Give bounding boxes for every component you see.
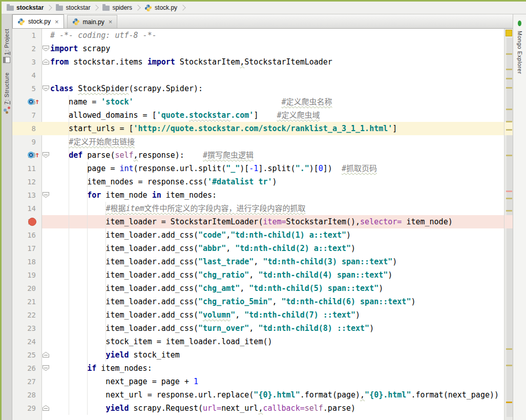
fold-start-icon[interactable] xyxy=(43,192,49,198)
code-line-row[interactable]: 9 #定义开始爬虫链接 xyxy=(12,135,504,149)
line-number[interactable]: 6↑ xyxy=(12,95,42,109)
toolwindow-button-mongo-explorer[interactable]: Mongo Explorer xyxy=(517,31,523,74)
code-line-row[interactable]: 14 #根据item文件中所定义的字段内容，进行字段内容的抓取 xyxy=(12,202,504,215)
line-number[interactable]: 2 xyxy=(12,42,42,55)
line-number[interactable]: 17 xyxy=(12,242,42,255)
code-line-row[interactable]: 29 yield scrapy.Request(url=next_url,cal… xyxy=(12,402,504,415)
code-line-row[interactable]: 16 item_loader.add_css("code","td:nth-ch… xyxy=(12,228,504,242)
code-line-row[interactable]: 4 xyxy=(12,69,504,82)
fold-gutter[interactable] xyxy=(42,162,50,175)
line-number[interactable]: 1 xyxy=(12,29,42,42)
fold-gutter[interactable] xyxy=(42,348,50,362)
line-number[interactable]: 21 xyxy=(12,295,42,308)
line-number[interactable]: 20 xyxy=(12,282,42,295)
stripe-warning-mark[interactable] xyxy=(506,365,512,366)
line-number[interactable]: 11 xyxy=(12,162,42,175)
toolwindow-button-structure[interactable]: 7: Structure xyxy=(4,72,10,114)
fold-gutter[interactable] xyxy=(42,188,50,202)
line-number[interactable]: 29 xyxy=(12,402,42,415)
code-line-row[interactable]: 15 item_loader = StockstarItemLoader(ite… xyxy=(12,215,504,228)
stripe-warning-mark[interactable] xyxy=(506,191,512,192)
stripe-warning-mark[interactable] xyxy=(506,402,512,403)
fold-gutter[interactable] xyxy=(42,308,50,322)
line-number[interactable]: 9 xyxy=(12,135,42,149)
code-line[interactable]: name = 'stock' #定义爬虫名称 xyxy=(50,95,332,109)
code-line-row[interactable]: 23 item_loader.add_css("turn_over", "td:… xyxy=(12,322,504,335)
close-icon[interactable]: × xyxy=(55,18,59,25)
line-number[interactable]: 8 xyxy=(12,122,42,135)
code-line-row[interactable]: 7 allowed_domains = ['quote.stockstar.co… xyxy=(12,109,504,122)
stripe-warning-mark[interactable] xyxy=(506,348,512,350)
code-line-row[interactable]: 10↑ def parse(self,response): #撰写爬虫逻辑 xyxy=(12,149,504,162)
code-line[interactable]: item_loader.add_css("abbr", "td:nth-chil… xyxy=(50,242,355,255)
error-stripe-scrollbar[interactable] xyxy=(504,29,513,420)
stripe-warning-mark[interactable] xyxy=(506,109,512,110)
code-line[interactable]: item_nodes = response.css('#datalist tr'… xyxy=(50,175,277,188)
fold-gutter[interactable] xyxy=(42,242,50,255)
code-line-row[interactable]: 26 if item_nodes: xyxy=(12,362,504,375)
toolwindow-button-project[interactable]: 1: Project xyxy=(3,29,10,63)
close-icon[interactable]: × xyxy=(109,18,113,25)
code-line[interactable]: item_loader.add_css("turn_over", "td:nth… xyxy=(50,322,374,335)
fold-start-icon[interactable] xyxy=(43,152,49,158)
fold-gutter[interactable] xyxy=(42,82,50,95)
line-number[interactable]: 24 xyxy=(12,335,42,348)
code-line[interactable]: item_loader.add_css("last_trade", "td:nt… xyxy=(50,255,397,268)
line-number[interactable]: 28 xyxy=(12,388,42,402)
fold-gutter[interactable] xyxy=(42,95,50,109)
fold-end-icon[interactable] xyxy=(43,352,49,358)
code-line[interactable]: stock_item = item_loader.load_item() xyxy=(50,335,272,348)
code-line[interactable]: if item_nodes: xyxy=(50,362,152,375)
code-line-row[interactable]: 11 page = int(response.url.split("_")[-1… xyxy=(12,162,504,175)
code-line-row[interactable]: 18 item_loader.add_css("last_trade", "td… xyxy=(12,255,504,268)
code-line[interactable]: item_loader.add_css("chg_ratio_5min", "t… xyxy=(50,295,415,308)
line-number[interactable]: 15 xyxy=(12,215,42,228)
code-line-row[interactable]: 25 yield stock_item xyxy=(12,348,504,362)
code-editor[interactable]: 1# -*- coding: utf-8 -*-2import scrapy3f… xyxy=(12,29,504,420)
line-number[interactable]: 26 xyxy=(12,362,42,375)
stripe-warning-mark[interactable] xyxy=(506,198,512,199)
fold-gutter[interactable] xyxy=(42,42,50,55)
code-line[interactable]: item_loader.add_css("chg_ratio", "td:nth… xyxy=(50,268,392,282)
code-line[interactable]: import scrapy xyxy=(50,42,110,55)
stripe-warning-mark[interactable] xyxy=(506,121,512,122)
fold-gutter[interactable] xyxy=(42,375,50,388)
code-line-row[interactable]: 2import scrapy xyxy=(12,42,504,55)
line-number[interactable]: 27 xyxy=(12,375,42,388)
code-line[interactable]: #定义开始爬虫链接 xyxy=(50,135,135,149)
fold-gutter[interactable] xyxy=(42,215,50,228)
breakpoint-icon[interactable] xyxy=(28,218,36,226)
stripe-warning-mark[interactable] xyxy=(506,87,512,89)
fold-gutter[interactable] xyxy=(42,109,50,122)
code-line-row[interactable]: 22 item_loader.add_css("volumn", "td:nth… xyxy=(12,308,504,322)
fold-gutter[interactable] xyxy=(42,175,50,188)
fold-gutter[interactable] xyxy=(42,29,50,42)
line-number[interactable]: 16 xyxy=(12,228,42,242)
code-line-row[interactable]: 1# -*- coding: utf-8 -*- xyxy=(12,29,504,42)
code-line-row[interactable]: 3from stockstar.items import StockstarIt… xyxy=(12,55,504,69)
code-line[interactable]: item_loader.add_css("code","td:nth-child… xyxy=(50,228,351,242)
line-number[interactable]: 7 xyxy=(12,109,42,122)
code-line-row[interactable]: 5class StockSpider(scrapy.Spider): xyxy=(12,82,504,95)
code-line[interactable]: from stockstar.items import StockstarIte… xyxy=(50,55,332,69)
line-number[interactable]: 23 xyxy=(12,322,42,335)
fold-gutter[interactable] xyxy=(42,69,50,82)
code-line[interactable]: yield scrapy.Request(url=next_url,callba… xyxy=(50,402,355,415)
stripe-warning-mark[interactable] xyxy=(506,155,512,156)
code-line[interactable]: allowed_domains = ['quote.stockstar.com'… xyxy=(50,109,320,122)
fold-gutter[interactable] xyxy=(42,135,50,149)
line-number[interactable]: 22 xyxy=(12,308,42,322)
code-line[interactable]: next_page = page + 1 xyxy=(50,375,198,388)
stripe-warning-mark[interactable] xyxy=(506,53,512,55)
line-number[interactable]: 13 xyxy=(12,188,42,202)
code-line-row[interactable]: 12 item_nodes = response.css('#datalist … xyxy=(12,175,504,188)
inspections-status-icon[interactable] xyxy=(506,30,512,36)
code-line[interactable]: #根据item文件中所定义的字段内容，进行字段内容的抓取 xyxy=(50,202,306,215)
code-line[interactable]: item_loader.add_css("volumn", "td:nth-ch… xyxy=(50,308,360,322)
fold-gutter[interactable] xyxy=(42,402,50,415)
tab-stock.py[interactable]: stock.py× xyxy=(12,14,64,28)
fold-gutter[interactable] xyxy=(42,322,50,335)
fold-gutter[interactable] xyxy=(42,255,50,268)
code-line-row[interactable]: 24 stock_item = item_loader.load_item() xyxy=(12,335,504,348)
code-line[interactable]: yield stock_item xyxy=(50,348,180,362)
